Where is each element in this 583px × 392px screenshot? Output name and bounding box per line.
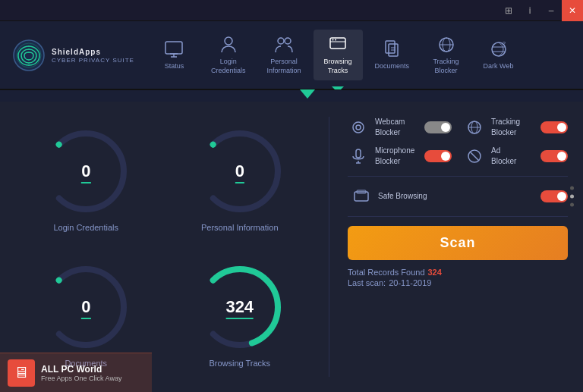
nav-item-personal[interactable]: PersonalInformation xyxy=(257,30,310,80)
main-content: 0 Login Credentials 0 Personal Informati… xyxy=(0,102,583,392)
total-records-label: Total Records Found xyxy=(348,268,425,277)
nav-item-status[interactable]: Status xyxy=(150,34,199,76)
webcam-info: WebcamBlocker xyxy=(375,117,418,138)
ad-info: AdBlocker xyxy=(491,146,534,167)
divider xyxy=(348,176,568,177)
gauge-browsing-container: 324 xyxy=(194,262,285,353)
microphone-label: MicrophoneBlocker xyxy=(375,146,418,167)
controls-panel: WebcamBlocker TrackingBlocker xyxy=(348,117,568,377)
microphone-icon xyxy=(348,146,369,167)
gauge-login: 0 Login Credentials xyxy=(15,117,157,241)
scroll-dot-2 xyxy=(570,194,574,198)
last-scan-line: Last scan: 20-11-2019 xyxy=(348,278,568,287)
gauge-login-value: 0 xyxy=(81,162,90,181)
title-bar-controls: ⊞ i – ✕ xyxy=(498,0,583,21)
nav-item-browsing[interactable]: BrowsingTracks xyxy=(314,30,363,80)
nav-item-documents[interactable]: Documents xyxy=(366,34,419,76)
svg-rect-37 xyxy=(356,149,361,158)
nav-item-darkweb[interactable]: ? Dark Web xyxy=(474,34,523,76)
nav-label-documents: Documents xyxy=(375,62,410,71)
last-scan-label: Last scan: xyxy=(348,278,386,287)
divider2 xyxy=(348,216,568,217)
gauge-browsing-value: 324 xyxy=(225,297,254,317)
active-nav-arrow xyxy=(300,89,315,99)
gauge-login-container: 0 xyxy=(40,126,131,217)
safe-browsing-toggle[interactable] xyxy=(540,190,568,202)
tracking-icon xyxy=(436,34,457,55)
panel-divider xyxy=(329,117,329,377)
svg-text:?: ? xyxy=(503,41,506,46)
nav-item-tracking[interactable]: TrackingBlocker xyxy=(421,30,471,80)
watermark-logo-icon: 🖥 xyxy=(8,359,35,387)
svg-rect-2 xyxy=(165,42,182,54)
toggle-microphone: MicrophoneBlocker xyxy=(348,146,452,167)
minimize-button[interactable]: – xyxy=(540,0,562,21)
stats-area: Total Records Found 324 Last scan: 20-11… xyxy=(348,268,568,287)
navigation: Status LoginCredentials PersonalInformat xyxy=(150,30,571,80)
svg-point-12 xyxy=(335,39,336,41)
svg-rect-13 xyxy=(386,41,395,53)
header: ShieldApps Cyber Privacy Suite Status xyxy=(0,21,583,89)
app-container: ShieldApps Cyber Privacy Suite Status xyxy=(0,21,583,392)
documents-icon xyxy=(381,39,402,60)
scan-button[interactable]: Scan xyxy=(348,226,568,260)
grid-button[interactable]: ⊞ xyxy=(498,0,519,21)
tracking-toggle[interactable] xyxy=(540,121,568,133)
gauge-documents-container: 0 xyxy=(40,262,131,353)
svg-line-41 xyxy=(470,152,479,161)
svg-point-8 xyxy=(285,38,291,44)
login-icon xyxy=(218,34,239,55)
tracking-blocker-icon xyxy=(464,117,485,138)
gauge-browsing: 324 Browsing Tracks xyxy=(169,253,311,378)
gauge-personal-value: 0 xyxy=(235,162,244,181)
nav-item-login[interactable]: LoginCredentials xyxy=(202,30,255,80)
nav-arrow-area xyxy=(0,89,583,102)
logo-text: ShieldApps Cyber Privacy Suite xyxy=(52,47,134,64)
watermark-title: ALL PC World xyxy=(41,364,121,375)
nav-label-browsing: BrowsingTracks xyxy=(324,58,352,75)
webcam-toggle[interactable] xyxy=(424,121,452,133)
webcam-label: WebcamBlocker xyxy=(375,117,418,138)
logo-area: ShieldApps Cyber Privacy Suite xyxy=(12,39,134,72)
safe-browsing-icon xyxy=(351,186,372,207)
gauge-personal: 0 Personal Information xyxy=(169,117,311,241)
watermark: 🖥 ALL PC World Free Apps One Click Away xyxy=(0,353,152,392)
toggle-ad: AdBlocker xyxy=(464,146,568,167)
close-button[interactable]: ✕ xyxy=(562,0,583,21)
nav-label-darkweb: Dark Web xyxy=(484,62,514,71)
scroll-dot-3 xyxy=(570,202,574,206)
gauges-panel: 0 Login Credentials 0 Personal Informati… xyxy=(15,117,310,377)
total-records-value: 324 xyxy=(428,268,442,277)
total-records-line: Total Records Found 324 xyxy=(348,268,568,277)
logo-title: ShieldApps xyxy=(52,47,134,57)
nav-label-personal: PersonalInformation xyxy=(266,58,301,75)
gauge-documents-value: 0 xyxy=(81,297,90,317)
darkweb-icon: ? xyxy=(488,39,509,60)
toggle-webcam: WebcamBlocker xyxy=(348,117,452,138)
watermark-subtitle: Free Apps One Click Away xyxy=(41,375,121,382)
nav-label-status: Status xyxy=(165,62,184,71)
microphone-info: MicrophoneBlocker xyxy=(375,146,418,167)
svg-point-6 xyxy=(225,37,232,45)
last-scan-value: 20-11-2019 xyxy=(389,278,431,287)
nav-label-tracking: TrackingBlocker xyxy=(433,58,459,75)
logo-subtitle: Cyber Privacy Suite xyxy=(52,57,134,64)
ad-blocker-icon xyxy=(464,146,485,167)
tracking-blocker-label: TrackingBlocker xyxy=(491,117,534,138)
webcam-icon xyxy=(348,117,369,138)
svg-point-7 xyxy=(278,38,284,44)
svg-point-33 xyxy=(356,125,361,130)
toggle-tracking: TrackingBlocker xyxy=(464,117,568,138)
scroll-indicators xyxy=(570,186,574,206)
scroll-dot-1 xyxy=(570,186,574,190)
browsing-icon xyxy=(327,34,348,55)
nav-label-login: LoginCredentials xyxy=(211,58,246,75)
info-button[interactable]: i xyxy=(519,0,540,21)
safe-browsing-label: Safe Browsing xyxy=(378,191,427,202)
tracking-info: TrackingBlocker xyxy=(491,117,534,138)
ad-toggle[interactable] xyxy=(540,150,568,162)
safe-browsing-row: Safe Browsing xyxy=(348,186,568,207)
watermark-text: ALL PC World Free Apps One Click Away xyxy=(41,364,121,382)
logo-icon xyxy=(12,39,46,72)
microphone-toggle[interactable] xyxy=(424,150,452,162)
